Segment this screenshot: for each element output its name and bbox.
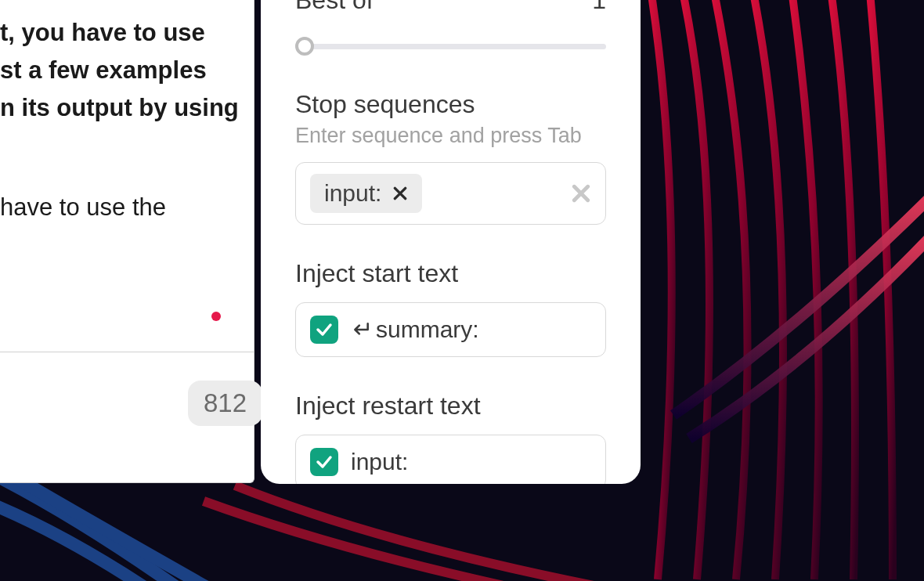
slider-thumb[interactable] (295, 37, 314, 56)
stop-sequences-label: Stop sequences (295, 90, 606, 119)
clear-all-icon[interactable] (571, 183, 591, 204)
stop-sequence-chip[interactable]: input: (310, 174, 422, 213)
prompt-text-fragment: have to use the (0, 189, 240, 226)
inject-restart-label: Inject restart text (295, 392, 606, 420)
inject-restart-input[interactable]: input: (295, 435, 606, 484)
inject-start-label: Inject start text (295, 259, 606, 288)
best-of-slider[interactable] (295, 37, 606, 56)
inject-start-value: summary: (376, 316, 479, 343)
slider-track (295, 44, 606, 49)
token-count-badge: 812 (188, 381, 262, 426)
inject-restart-checkbox[interactable] (310, 448, 338, 476)
stop-sequences-hint: Enter sequence and press Tab (295, 124, 606, 148)
best-of-label: Best of (295, 0, 374, 15)
prompt-editor[interactable]: t, you have to use st a few examples n i… (0, 0, 254, 352)
inject-restart-value: input: (351, 449, 408, 475)
cursor-marker (211, 312, 221, 321)
settings-panel: Best of 1 Stop sequences Enter sequence … (261, 0, 641, 484)
best-of-value: 1 (592, 0, 606, 15)
editor-panel: t, you have to use st a few examples n i… (0, 0, 254, 483)
inject-start-checkbox[interactable] (310, 316, 338, 344)
stop-sequences-input[interactable]: input: (295, 162, 606, 225)
stop-sequence-chip-label: input: (324, 180, 381, 207)
best-of-row: Best of 1 (295, 0, 606, 15)
prompt-text-fragment: t, you have to use st a few examples n i… (0, 14, 240, 127)
remove-chip-icon[interactable] (392, 186, 408, 201)
newline-icon (351, 319, 371, 340)
inject-start-input[interactable]: summary: (295, 302, 606, 357)
